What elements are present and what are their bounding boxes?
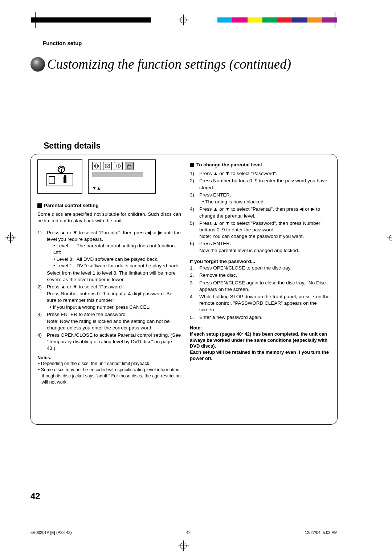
step-text: Press ▲ or ▼ to select "Password", then … [199,220,334,233]
level-text: All DVD software can be played back. [77,256,181,263]
registration-bar-top [31,12,337,28]
svg-rect-4 [64,177,66,183]
content-frame: ▼▲ Parental control setting Some discs a… [30,154,338,425]
square-bullet-icon [190,163,194,167]
level-label: • Level 1: [53,263,77,269]
notes-heading: Notes: [37,355,181,361]
step-text: Remove the disc. [199,272,334,279]
step-number: 2. [190,272,199,279]
step-number: 5) [190,220,199,240]
step-text: Select from the level 1 to level 8. The … [47,270,181,283]
note-body: If each setup (pages 40~42) has been com… [190,331,334,350]
step-number: 1) [37,230,47,283]
tick-mark [35,12,36,28]
picture-icon [103,162,112,170]
step-number: 5. [190,314,199,321]
step-number: 6) [190,240,199,254]
nav-arrows-icon: ▼▲ [92,185,101,191]
svg-rect-1 [49,177,55,184]
step-text: Now the parental level is changed and lo… [199,247,334,254]
section-rule: Setting details [30,141,338,151]
subheading: To change the parental level [196,162,262,168]
step-text: If you input a wrong number, press CANCE… [47,304,181,311]
step-number: 1) [190,170,199,177]
lock-icon [125,162,134,170]
intro-text: Some discs are specified not suitable fo… [37,211,181,224]
forgot-heading: If you forget the password... [190,258,334,265]
tick-mark [335,12,335,28]
step-text: Press ENTER to store the password. [47,311,181,318]
footer-doc-id: 5R00201A [E] (P38-43) [30,530,72,535]
step-text: Enter a new password again. [199,314,334,321]
svg-rect-12 [127,166,131,168]
step-text: Note: You can change the password if you… [199,233,334,240]
note-item: Some discs may not be encoded with speci… [37,367,181,385]
step-text: Press Number buttons 0–9 to input a 4-di… [47,291,181,304]
step-text: Note: Now the rating is locked and the s… [47,318,181,331]
level-text: DVD software for adults cannot be played… [77,263,181,269]
step-number: 1. [190,265,199,271]
step-text: Press ▲ or ▼ to select "Parental", then … [47,230,181,242]
step-text: Press ▲ or ▼ to select "Parental", then … [199,206,334,219]
step-text: Press ▲ or ▼ to select "Password". [199,170,334,177]
subheading: Parental control setting [44,202,99,209]
page-title: Customizing the function settings (conti… [47,56,291,72]
device-diagram [37,159,82,194]
section-title: Setting details [30,141,338,151]
section-header: Function setup [30,40,338,46]
step-number: 4. [190,293,199,313]
audio-icon [114,162,123,170]
step-text: Press Number buttons 0–9 to enter the pa… [199,178,334,191]
page-title-row: Customizing the function settings (conti… [30,56,338,72]
svg-rect-9 [105,164,110,168]
step-text: Press ENTER. [199,192,334,198]
step-number: 4) [190,206,199,219]
step-number: 3. [190,280,199,293]
step-text: The rating is now unlocked. [199,199,334,205]
step-number: 3) [190,192,199,205]
square-bullet-icon [37,203,42,208]
level-label: • Level 8: [53,256,77,263]
globe-icon [92,162,101,170]
step-text: Press OPEN/CLOSE to open the disc tray. [199,265,334,271]
osd-menu-diagram: ▼▲ [88,159,156,194]
level-label: • Level Off: [53,243,77,256]
crosshair-icon [178,15,189,25]
footer-page: 42 [186,530,191,535]
step-number: 4) [37,332,47,352]
note-heading: Note: [190,325,334,331]
note-body: Each setup will be retained in the memor… [190,349,334,362]
step-text: Press ▲ or ▼ to select "Password". [47,284,181,290]
step-text: Press OPEN/CLOSE again to close the disc… [199,280,334,293]
footer: 5R00201A [E] (P38-43) 42 12/27/04, 5:03 … [30,530,338,535]
sphere-icon [30,57,45,72]
svg-point-5 [64,175,66,177]
right-column: To change the parental level 1)Press ▲ o… [190,159,334,385]
step-number: 3) [37,311,47,331]
page-content: Function setup Customizing the function … [30,40,338,494]
page-number: 42 [30,491,40,501]
footer-date: 12/27/04, 5:03 PM [305,530,338,535]
step-number: 2) [37,284,47,311]
step-text: While holding STOP down on the front pan… [199,293,334,313]
step-number: 2) [190,178,199,191]
step-text: Press OPEN/CLOSE to activate Parental co… [47,332,181,352]
left-column: ▼▲ Parental control setting Some discs a… [37,159,181,385]
level-text: The parental control setting does not fu… [77,243,181,256]
note-item: Depending on the discs, the unit cannot … [37,361,181,367]
step-text: Press ENTER. [199,240,334,247]
